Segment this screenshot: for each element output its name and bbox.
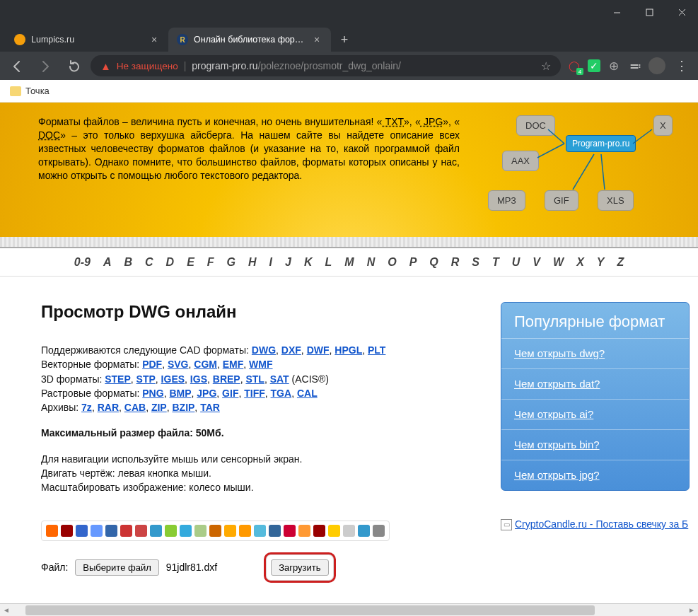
- share-icon[interactable]: [224, 525, 236, 537]
- alpha-link[interactable]: Q: [425, 256, 442, 269]
- alpha-link[interactable]: E: [182, 256, 199, 269]
- share-icon[interactable]: [135, 525, 147, 537]
- alpha-link[interactable]: P: [405, 256, 421, 269]
- back-button[interactable]: [6, 54, 28, 77]
- format-link[interactable]: SVG: [168, 359, 189, 370]
- link-doc[interactable]: DOC: [38, 129, 60, 141]
- site-bubble[interactable]: Program-pro.ru: [566, 135, 636, 152]
- alpha-link[interactable]: L: [321, 256, 337, 269]
- banner-link[interactable]: CryptoCandle.ru - Поставь свечку за Б: [515, 518, 688, 530]
- window-close-button[interactable]: [665, 0, 698, 25]
- alpha-link[interactable]: F: [203, 256, 219, 269]
- tab-lumpics[interactable]: Lumpics.ru ×: [6, 28, 168, 52]
- format-link[interactable]: CGM: [194, 359, 217, 370]
- sidebar-item-link[interactable]: Чем открыть dwg?: [514, 347, 605, 359]
- window-maximize-button[interactable]: [633, 0, 665, 25]
- reload-button[interactable]: [62, 54, 85, 77]
- reading-list-icon[interactable]: ≕: [627, 58, 643, 74]
- alpha-link[interactable]: O: [383, 256, 400, 269]
- share-icon[interactable]: [105, 525, 117, 537]
- share-icon[interactable]: [358, 525, 370, 537]
- alpha-link[interactable]: A: [99, 256, 116, 269]
- share-icon[interactable]: [150, 525, 162, 537]
- bookmark-star-icon[interactable]: ☆: [541, 59, 551, 73]
- chrome-menu-button[interactable]: ⋮: [671, 58, 692, 74]
- close-icon[interactable]: ×: [149, 34, 160, 45]
- format-link[interactable]: STL: [245, 373, 264, 385]
- format-link[interactable]: IGS: [190, 373, 207, 385]
- format-link[interactable]: JPG: [197, 388, 216, 399]
- share-icon[interactable]: [76, 525, 88, 537]
- alpha-link[interactable]: Y: [593, 256, 609, 269]
- sidebar-item-link[interactable]: Чем открыть ai?: [514, 408, 593, 420]
- tag-gif[interactable]: GIF: [545, 190, 578, 211]
- alpha-link[interactable]: D: [162, 256, 179, 269]
- alpha-link[interactable]: X: [572, 256, 588, 269]
- sidebar-item-link[interactable]: Чем открыть bin?: [514, 438, 600, 451]
- format-link[interactable]: PNG: [142, 388, 163, 399]
- alpha-link[interactable]: U: [508, 256, 525, 269]
- format-link[interactable]: HPGL: [335, 344, 362, 356]
- tag-aax[interactable]: AAX: [502, 151, 539, 171]
- format-link[interactable]: TIFF: [244, 388, 265, 399]
- profile-avatar[interactable]: [648, 57, 665, 74]
- share-icon[interactable]: [269, 525, 281, 537]
- format-link[interactable]: CAB: [124, 402, 146, 413]
- format-link[interactable]: 7z: [81, 402, 92, 413]
- alpha-link[interactable]: M: [340, 256, 358, 269]
- tab-program-pro[interactable]: R Онлайн библиотека форматов ×: [168, 28, 331, 52]
- format-link[interactable]: TAR: [200, 402, 220, 413]
- alpha-link[interactable]: C: [141, 256, 158, 269]
- alpha-link[interactable]: G: [223, 256, 240, 269]
- format-link[interactable]: ZIP: [151, 402, 167, 413]
- format-link[interactable]: RAR: [98, 402, 119, 413]
- tag-doc[interactable]: DOC: [516, 115, 555, 136]
- link-jpg[interactable]: JPG: [421, 116, 443, 127]
- format-link[interactable]: STP: [136, 373, 156, 385]
- share-icon[interactable]: [313, 525, 325, 537]
- scroll-left-icon[interactable]: ◄: [0, 606, 13, 614]
- sidebar-item-link[interactable]: Чем открыть dat?: [514, 378, 600, 390]
- alpha-link[interactable]: B: [120, 256, 136, 269]
- format-link[interactable]: PLT: [368, 344, 385, 356]
- sidebar-item[interactable]: Чем открыть ai?: [501, 399, 689, 429]
- format-link[interactable]: GIF: [222, 388, 238, 399]
- alpha-link[interactable]: K: [300, 256, 317, 269]
- share-icon[interactable]: [373, 525, 385, 537]
- alpha-link[interactable]: J: [281, 256, 296, 269]
- share-icon[interactable]: [209, 525, 221, 537]
- sidebar-item-link[interactable]: Чем открыть jpg?: [514, 469, 600, 481]
- format-link[interactable]: BZIP: [172, 402, 194, 413]
- alpha-link[interactable]: I: [265, 256, 277, 269]
- share-icon[interactable]: [284, 525, 296, 537]
- alpha-link[interactable]: Z: [612, 256, 628, 269]
- sidebar-item[interactable]: Чем открыть dwg?: [501, 338, 689, 368]
- upload-button[interactable]: Загрузить: [271, 559, 328, 576]
- share-icon[interactable]: [120, 525, 132, 537]
- share-icon[interactable]: [328, 525, 340, 537]
- new-tab-button[interactable]: +: [334, 29, 355, 50]
- format-link[interactable]: STEP: [105, 373, 131, 385]
- format-link[interactable]: WMF: [249, 359, 272, 370]
- choose-file-button[interactable]: Выберите файл: [75, 559, 158, 576]
- alpha-link[interactable]: V: [528, 256, 545, 269]
- share-icon[interactable]: [91, 525, 103, 537]
- omnibox[interactable]: ▲ Не защищено | program-pro.ru/poleznoe/…: [91, 55, 561, 76]
- share-icon[interactable]: [254, 525, 266, 537]
- share-icon[interactable]: [61, 525, 73, 537]
- close-icon[interactable]: ×: [311, 34, 322, 45]
- share-icon[interactable]: [239, 525, 251, 537]
- format-link[interactable]: CAL: [297, 388, 318, 399]
- alpha-link[interactable]: T: [488, 256, 504, 269]
- format-link[interactable]: DWG: [252, 344, 276, 356]
- alpha-link[interactable]: S: [467, 256, 484, 269]
- sidebar-item[interactable]: Чем открыть dat?: [501, 368, 689, 399]
- format-link[interactable]: DWF: [307, 344, 330, 356]
- tag-xls[interactable]: XLS: [598, 190, 634, 211]
- share-icon[interactable]: [298, 525, 310, 537]
- bookmark-item[interactable]: Точка: [25, 86, 50, 96]
- share-icon[interactable]: [343, 525, 355, 537]
- format-link[interactable]: BREP: [213, 373, 240, 385]
- forward-button[interactable]: [34, 54, 57, 77]
- tag-mp3[interactable]: MP3: [488, 190, 525, 211]
